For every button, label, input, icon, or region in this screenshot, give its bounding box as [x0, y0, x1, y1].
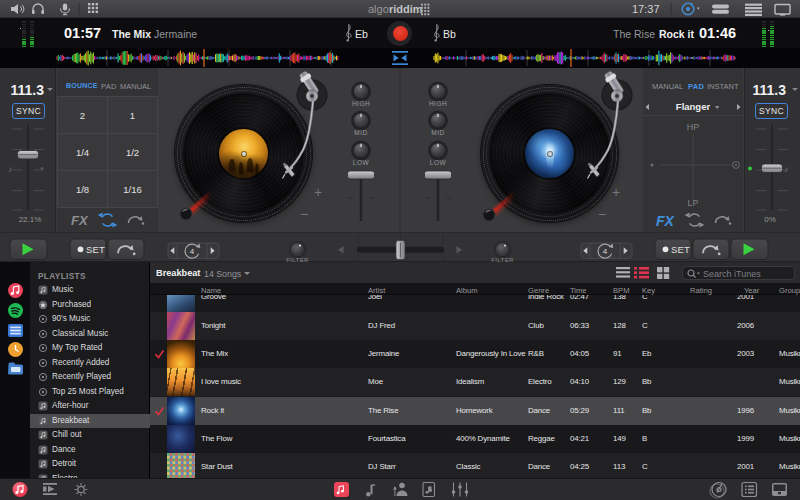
svg-text:+: + — [612, 184, 620, 200]
svg-text:♪: ♪ — [8, 164, 13, 174]
svg-text:LOW: LOW — [430, 159, 447, 166]
svg-text:HIGH: HIGH — [429, 100, 447, 107]
svg-text:SET: SET — [671, 244, 690, 255]
svg-text:4: 4 — [603, 247, 608, 256]
svg-text:algo: algo — [368, 3, 389, 15]
svg-text:17:37: 17:37 — [632, 3, 660, 15]
svg-text:HIGH: HIGH — [352, 100, 370, 107]
svg-text:SET: SET — [86, 244, 105, 255]
svg-text:4: 4 — [190, 247, 195, 256]
svg-text:riddim: riddim — [389, 3, 423, 15]
svg-text:LOW: LOW — [353, 159, 370, 166]
svg-text:−: − — [598, 206, 606, 222]
svg-text:MID: MID — [431, 129, 444, 136]
svg-text:MID: MID — [354, 129, 367, 136]
svg-text:−: − — [300, 206, 308, 222]
svg-text:♪: ♪ — [784, 164, 789, 174]
svg-text:+: + — [314, 184, 322, 200]
